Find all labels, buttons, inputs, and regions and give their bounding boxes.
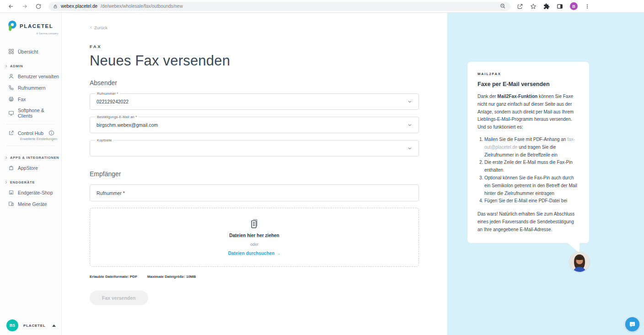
sidebar-section-apps-integrationen[interactable]: APPS & INTEGRATIONEN (0, 149, 61, 162)
sidebar-item-meine-geraete[interactable]: Meine Geräte (0, 198, 61, 210)
send-fax-button[interactable]: Fax versenden (90, 291, 148, 305)
user-icon (8, 73, 14, 79)
page-eyebrow: FAX (90, 44, 447, 49)
help-steps: Mailen Sie die Faxe mit PDF-Anhang an fa… (478, 136, 579, 205)
account-avatar: BS (6, 319, 18, 331)
collapse-caret-icon (52, 324, 56, 327)
sidebar-item-label: Benutzer verwalten (18, 74, 59, 79)
browser-profile-avatar[interactable]: B (570, 2, 578, 10)
speech-bubble-tail (567, 243, 580, 253)
url-domain: webex.placetel.de (61, 4, 97, 9)
sidebar-item-label: Control Hub (18, 130, 43, 136)
header-line-select[interactable]: Kopfzeile (90, 140, 419, 157)
sidebar: PLACETEL A Gamma company Übersicht ADMIN… (0, 13, 62, 335)
chat-bubble-icon (629, 321, 636, 328)
sidebar-item-label: Rufnummern (18, 85, 46, 91)
back-arrow-icon (8, 3, 14, 10)
help-outro: Das wars! Natürlich erhalten Sie zum Abs… (478, 211, 579, 233)
field-value: 022129242022 (97, 99, 408, 104)
mail2fax-info-card: MAIL2FAX Faxe per E-Mail versenden Dank … (467, 62, 589, 243)
sidebar-item-label: Meine Geräte (18, 201, 47, 207)
field-label: Bestätigungs-E-Mail an * (95, 115, 139, 119)
help-step: Mailen Sie die Faxe mit PDF-Anhang an fa… (484, 136, 579, 159)
sidebar-item-benutzer-verwalten[interactable]: Benutzer verwalten (0, 70, 61, 82)
sidebar-item-endgeraete-shop[interactable]: Endgeräte-Shop (0, 187, 61, 198)
recipient-section-heading: Empfänger (90, 170, 419, 178)
mail2fax-bold: Mail2Fax-Funktion (497, 94, 537, 99)
page-title: Neues Fax versenden (90, 53, 447, 69)
control-hub-sublabel: Erweiterte Einstellungen (0, 137, 61, 143)
document-icon (249, 219, 259, 229)
field-label: Kopfzeile (95, 138, 114, 142)
phone-icon (8, 85, 14, 91)
confirmation-email-select[interactable]: Bestätigungs-E-Mail an * birgschm.webex@… (90, 117, 419, 133)
browser-chrome: webex.placetel.de/de/webex/wholesale/fax… (0, 0, 644, 13)
zoom-icon[interactable] (500, 3, 506, 9)
chat-widget-button[interactable] (625, 317, 639, 331)
field-value: birgschm.webex@gmail.com (97, 122, 408, 128)
help-step: Optional können Sie die Fax-Pin auch dur… (484, 174, 579, 197)
recipient-number-input[interactable] (90, 184, 419, 201)
kebab-menu-icon[interactable] (585, 3, 590, 10)
sidebar-item-appstore[interactable]: AppStore (0, 162, 61, 173)
field-label: Rufnummer * (95, 92, 120, 96)
chevron-down-icon (408, 99, 412, 104)
sender-number-select[interactable]: Rufnummer * 022129242022 (90, 93, 419, 110)
sidebar-item-softphone-clients[interactable]: Softphone & Clients (0, 105, 61, 121)
brand-wordmark: PLACETEL (20, 23, 54, 29)
help-step: Fügen Sie der E-Mail eine PDF-Datei bei (484, 197, 579, 205)
side-panel-icon[interactable] (557, 3, 563, 10)
chevron-right-icon (5, 156, 8, 159)
back-link[interactable]: Zurück (90, 25, 107, 30)
sidebar-item-label: Fax (18, 97, 26, 102)
max-size-hint: Maximale Dateigröße: 10MB (147, 275, 196, 279)
brand-tagline: A Gamma company (7, 32, 59, 35)
external-link-icon (8, 130, 14, 136)
share-icon[interactable] (517, 3, 523, 10)
storefront-icon (8, 189, 14, 195)
sidebar-item-uebersicht[interactable]: Übersicht (0, 46, 61, 57)
url-path: /de/webex/wholesale/fax/outbounds/new (101, 4, 183, 9)
support-agent-photo (569, 252, 590, 272)
browser-forward-button[interactable] (21, 3, 28, 10)
chevron-down-icon (408, 123, 412, 127)
browser-reload-button[interactable] (35, 3, 42, 10)
chevron-down-icon (408, 146, 412, 151)
account-label: PLACETEL (23, 324, 52, 328)
softphone-icon (8, 110, 14, 116)
devices-icon (8, 201, 14, 207)
help-panel: MAIL2FAX Faxe per E-Mail versenden Dank … (447, 13, 644, 335)
allowed-formats-hint: Erlaubte Dateiformate: PDF (90, 275, 137, 279)
help-step: Die erste Zeile der E-Mail muss die Fax-… (484, 159, 579, 174)
sidebar-item-rufnummern[interactable]: Rufnummern (0, 82, 61, 93)
lock-icon (53, 4, 58, 9)
file-dropzone[interactable]: Dateien hier her ziehen oder Dateien dur… (90, 208, 419, 267)
sidebar-section-admin[interactable]: ADMIN (0, 57, 61, 70)
help-intro: Dank der Mail2Fax-Funktion können Sie Fa… (478, 93, 579, 131)
support-agent-avatar (569, 252, 590, 272)
fax-icon (8, 96, 14, 102)
sidebar-item-label: Softphone & Clients (18, 108, 59, 119)
grid-icon (8, 49, 14, 54)
sidebar-account-switcher[interactable]: BS PLACETEL (0, 319, 61, 331)
sidebar-section-endgeraete[interactable]: ENDGERÄTE (0, 173, 61, 187)
main-content: Zurück FAX Neues Fax versenden Absender … (62, 13, 447, 335)
placetel-logo[interactable]: PLACETEL (7, 21, 61, 32)
sender-section-heading: Absender (90, 79, 419, 86)
dropzone-or-label: oder (250, 242, 258, 247)
help-heading: Faxe per E-Mail versenden (478, 81, 579, 87)
sidebar-item-label: Endgeräte-Shop (18, 190, 53, 195)
placetel-logo-icon (7, 21, 17, 32)
shopping-bag-icon (8, 165, 14, 171)
back-chevron-icon (90, 26, 92, 29)
address-bar[interactable]: webex.placetel.de/de/webex/wholesale/fax… (48, 2, 510, 11)
reload-icon (35, 3, 42, 10)
help-eyebrow: MAIL2FAX (478, 72, 579, 76)
info-icon (48, 130, 54, 136)
extensions-puzzle-icon[interactable] (543, 3, 550, 10)
sidebar-item-fax[interactable]: Fax (0, 93, 61, 105)
browse-files-link[interactable]: Dateien durchsuchen → (228, 251, 280, 256)
browser-back-button[interactable] (7, 3, 15, 10)
chevron-right-icon (5, 181, 8, 184)
bookmark-star-icon[interactable] (530, 3, 537, 10)
